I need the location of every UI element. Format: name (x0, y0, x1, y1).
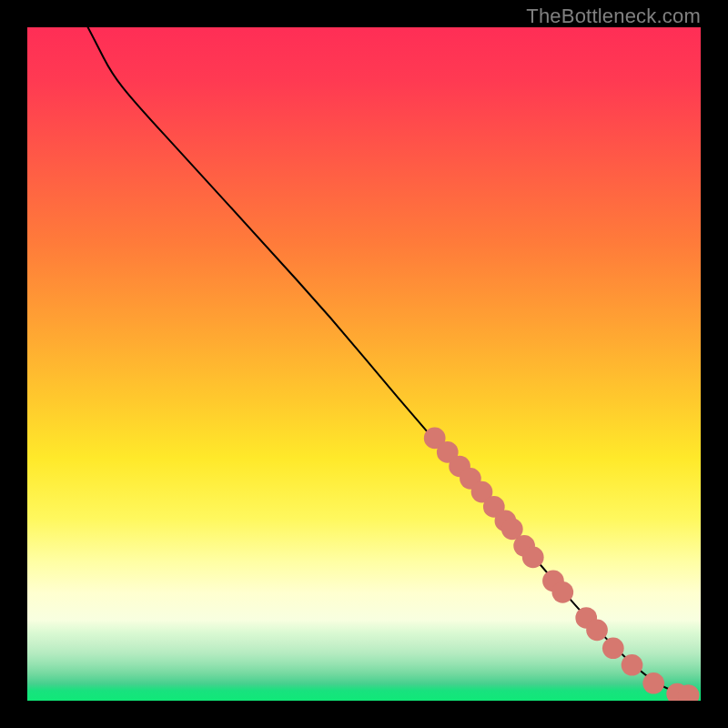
data-point (642, 672, 664, 694)
data-points-group (424, 428, 700, 701)
chart-stage: TheBottleneck.com (0, 0, 728, 728)
data-point (586, 619, 608, 641)
data-point (551, 581, 573, 603)
plot-area (27, 27, 701, 701)
data-layer (27, 27, 701, 701)
bottleneck-curve (88, 27, 688, 695)
data-point (602, 637, 624, 659)
watermark-text: TheBottleneck.com (526, 5, 701, 28)
data-point (622, 654, 643, 676)
data-point (522, 547, 544, 569)
